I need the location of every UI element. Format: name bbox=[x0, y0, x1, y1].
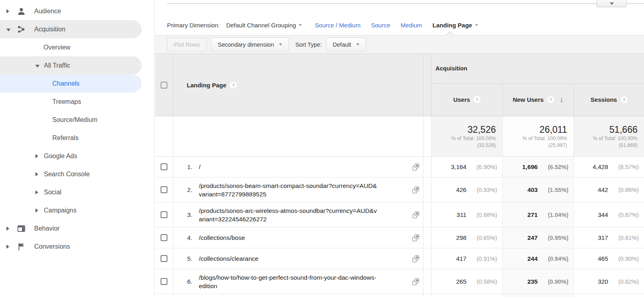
sidebar-item-label: Treemaps bbox=[52, 98, 81, 105]
sidebar-item-label: Acquisition bbox=[34, 26, 65, 33]
sidebar-item-label: Referrals bbox=[52, 134, 78, 142]
users-cell: 426(0.93%) bbox=[431, 177, 503, 202]
sidebar-item-behavior[interactable]: Behavior bbox=[0, 219, 142, 237]
sidebar-item-conversions[interactable]: Conversions bbox=[0, 237, 142, 256]
open-in-new-icon[interactable] bbox=[411, 163, 420, 171]
sessions-cell: 317(0.61%) bbox=[574, 227, 644, 248]
sidebar-item-acquisition[interactable]: Acquisition bbox=[0, 20, 142, 38]
chevron-down-icon bbox=[475, 24, 478, 26]
table-row-partial bbox=[155, 294, 644, 297]
open-in-new-icon[interactable] bbox=[411, 277, 420, 286]
new-users-column-header[interactable]: New Users ? ↓ bbox=[503, 84, 574, 116]
sort-type-dropdown[interactable]: Default bbox=[326, 37, 366, 52]
users-total-cell: 32,526 % of Total: 100.00% (32,526) bbox=[431, 116, 503, 156]
dimension-active-landing-page[interactable]: Landing Page bbox=[433, 22, 478, 29]
chevron-right-icon bbox=[6, 243, 11, 250]
row-index: 1. bbox=[182, 163, 192, 171]
chevron-right-icon bbox=[35, 171, 40, 178]
sidebar-item-source-medium[interactable]: Source/Medium bbox=[0, 111, 142, 129]
new-users-cell: 1,696(6.52%) bbox=[503, 157, 574, 177]
chevron-down-icon bbox=[610, 2, 614, 5]
help-icon[interactable]: ? bbox=[621, 96, 627, 103]
landing-page-path: /products/sonos-beam-smart-compact-sound… bbox=[199, 182, 410, 198]
chart-collapse-button[interactable] bbox=[597, 0, 627, 7]
row-checkbox[interactable] bbox=[161, 211, 167, 218]
new-users-cell: 403(1.55%) bbox=[503, 177, 574, 202]
users-column-header[interactable]: Users ? bbox=[431, 84, 503, 116]
new-users-total-cell: 26,011 % of Total: 100.09% (25,987) bbox=[503, 116, 574, 156]
landing-page-table: Landing Page ? Acquisition Users ? New U… bbox=[155, 54, 644, 297]
sessions-total-cell: 51,666 % of Total: 100.00% (51,666) bbox=[574, 116, 644, 156]
acquisition-group-header: Acquisition bbox=[431, 54, 644, 84]
help-icon[interactable]: ? bbox=[230, 82, 237, 89]
chevron-right-icon bbox=[6, 8, 11, 15]
table-row: 4. /collections/bose 298(0.65%) 247(0.95… bbox=[155, 227, 644, 248]
report-nav-sidebar: Audience Acquisition Overview All Traffi… bbox=[0, 0, 155, 297]
sidebar-item-social[interactable]: Social bbox=[0, 183, 142, 201]
chevron-down-icon bbox=[299, 24, 302, 26]
table-row: 5. /collections/clearance 417(0.91%) 244… bbox=[155, 248, 644, 269]
open-in-new-icon[interactable] bbox=[411, 186, 420, 194]
sidebar-item-referrals[interactable]: Referrals bbox=[0, 129, 142, 147]
open-in-new-icon[interactable] bbox=[411, 254, 420, 263]
behavior-icon bbox=[17, 224, 26, 233]
chart-area-divider bbox=[167, 3, 644, 4]
chevron-down-icon bbox=[356, 43, 359, 45]
chevron-down-icon bbox=[6, 26, 11, 33]
plot-rows-button[interactable]: Plot Rows bbox=[167, 37, 207, 52]
sessions-column-header[interactable]: Sessions ? bbox=[574, 84, 644, 116]
dimension-link-source[interactable]: Source bbox=[371, 22, 390, 29]
sidebar-item-all-traffic[interactable]: All Traffic bbox=[0, 56, 142, 74]
row-checkbox[interactable] bbox=[161, 278, 167, 285]
primary-dimension-bar: Primary Dimension: Default Channel Group… bbox=[167, 19, 478, 31]
sidebar-item-channels[interactable]: Channels bbox=[0, 74, 142, 93]
row-checkbox[interactable] bbox=[161, 255, 167, 262]
table-totals-row: 32,526 % of Total: 100.00% (32,526) 26,0… bbox=[155, 116, 644, 157]
chevron-right-icon bbox=[6, 225, 11, 232]
primary-dimension-label: Primary Dimension: bbox=[167, 22, 220, 29]
help-icon[interactable]: ? bbox=[547, 96, 554, 103]
row-checkbox[interactable] bbox=[161, 163, 167, 170]
table-row: 2. /products/sonos-beam-smart-compact-so… bbox=[155, 177, 644, 202]
chevron-right-icon bbox=[35, 207, 40, 214]
row-index: 3. bbox=[182, 211, 192, 219]
sidebar-item-label: All Traffic bbox=[44, 62, 70, 69]
row-index: 4. bbox=[182, 234, 192, 241]
landing-page-path: / bbox=[199, 163, 410, 171]
help-icon[interactable]: ? bbox=[474, 96, 481, 103]
row-index: 6. bbox=[182, 278, 192, 285]
new-users-cell: 244(0.94%) bbox=[503, 248, 574, 269]
users-cell: 3,164(6.90%) bbox=[431, 157, 503, 177]
new-users-cell: 271(1.04%) bbox=[503, 202, 574, 227]
landing-page-path: /products/sonos-arc-wireless-atmos-sound… bbox=[199, 206, 410, 223]
dimension-link-source-medium[interactable]: Source / Medium bbox=[315, 22, 360, 29]
sidebar-item-audience[interactable]: Audience bbox=[0, 2, 142, 20]
select-all-checkbox[interactable] bbox=[161, 82, 167, 89]
table-row: 1. / 3,164(6.90%) 1,696(6.52%) 4,428(8.5… bbox=[155, 157, 644, 177]
row-checkbox[interactable] bbox=[161, 234, 167, 241]
sidebar-item-label: Audience bbox=[34, 8, 61, 15]
landing-page-column-header[interactable]: Landing Page bbox=[187, 82, 226, 89]
users-cell: 265(0.58%) bbox=[431, 269, 503, 294]
sessions-cell: 442(0.86%) bbox=[574, 177, 644, 202]
chevron-down-icon bbox=[35, 62, 40, 69]
users-cell: 311(0.68%) bbox=[431, 202, 503, 227]
sidebar-item-treemaps[interactable]: Treemaps bbox=[0, 93, 142, 111]
secondary-dimension-dropdown[interactable]: Secondary dimension bbox=[211, 37, 289, 52]
sidebar-item-campaigns[interactable]: Campaigns bbox=[0, 201, 142, 219]
sidebar-item-google-ads[interactable]: Google Ads bbox=[0, 147, 142, 165]
open-in-new-icon[interactable] bbox=[411, 233, 420, 242]
open-in-new-icon[interactable] bbox=[411, 210, 420, 219]
row-checkbox[interactable] bbox=[161, 186, 167, 193]
sidebar-item-label: Search Console bbox=[44, 171, 90, 178]
chevron-right-icon bbox=[35, 189, 40, 196]
primary-dimension-dropdown[interactable]: Default Channel Grouping bbox=[226, 22, 302, 29]
landing-page-path: /collections/bose bbox=[199, 233, 410, 242]
sessions-cell: 344(0.67%) bbox=[574, 202, 644, 227]
dimension-link-medium[interactable]: Medium bbox=[400, 22, 422, 29]
table-row: 6. /blogs/how-to/how-to-get-perfect-soun… bbox=[155, 269, 644, 294]
sidebar-item-search-console[interactable]: Search Console bbox=[0, 165, 142, 183]
table-header: Landing Page ? Acquisition Users ? New U… bbox=[155, 54, 644, 116]
acquisition-icon bbox=[17, 25, 26, 34]
sidebar-item-overview[interactable]: Overview bbox=[0, 38, 142, 56]
